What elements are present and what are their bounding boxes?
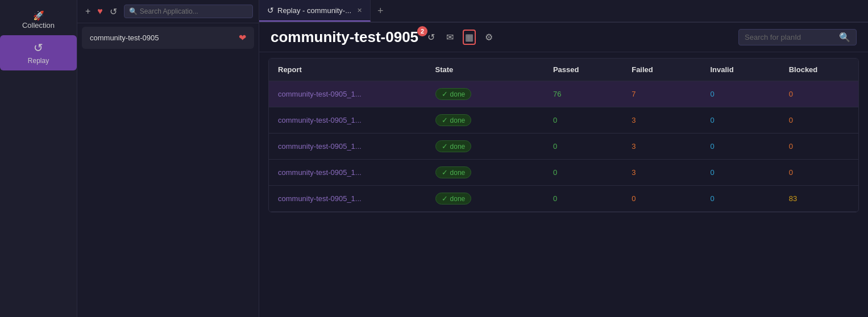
col-invalid: Invalid <box>701 59 779 81</box>
planid-search-bar[interactable]: 🔍 <box>738 29 857 45</box>
done-badge-2: ✓ done <box>435 114 472 126</box>
refresh-button[interactable]: ↺ <box>107 5 119 18</box>
add-button[interactable]: + <box>83 5 93 18</box>
table-header: Report State Passed Failed Invalid Block… <box>269 59 858 81</box>
check-circle-icon: ✓ <box>442 142 448 151</box>
cell-blocked-1: 0 <box>780 81 858 107</box>
cell-blocked-2: 0 <box>780 107 858 133</box>
done-label-2: done <box>450 116 466 124</box>
check-circle-icon: ✓ <box>442 90 448 98</box>
col-passed: Passed <box>544 59 622 81</box>
sidebar-collection-label: Collection <box>22 21 55 30</box>
search-bar[interactable]: 🔍 <box>124 5 253 18</box>
middle-panel: + ♥ ↺ 🔍 community-test-0905 ❤ <box>77 0 259 317</box>
tab-title: Replay - community-... <box>277 6 351 15</box>
done-badge-4: ✓ done <box>435 166 472 178</box>
col-blocked: Blocked <box>780 59 858 81</box>
collection-item-name: community-test-0905 <box>90 34 159 42</box>
page-header: community-test-0905 2 ↺ ✉ ▦ ⚙ 🔍 <box>259 23 868 52</box>
cell-state-5: ✓ done <box>426 186 544 211</box>
header-grid-button[interactable]: ▦ <box>463 30 476 45</box>
done-label-4: done <box>450 169 466 177</box>
col-report: Report <box>269 59 426 81</box>
cell-failed-3: 3 <box>622 134 701 159</box>
cell-invalid-2: 0 <box>701 107 779 133</box>
cell-report-4[interactable]: community-test-0905_1... <box>269 160 426 185</box>
cell-passed-5: 0 <box>544 186 622 211</box>
cell-report-1[interactable]: community-test-0905_1... <box>269 81 426 107</box>
table-row[interactable]: community-test-0905_1... ✓ done 0 3 0 0 <box>269 107 858 134</box>
check-circle-icon: ✓ <box>442 116 448 124</box>
sidebar: 🚀 Collection ↺ Replay <box>0 0 77 317</box>
table-row[interactable]: community-test-0905_1... ✓ done 0 0 0 83 <box>269 186 858 212</box>
tab-bar: ↺ Replay - community-... ✕ + <box>259 0 868 23</box>
collection-list-item[interactable]: community-test-0905 ❤ <box>82 27 254 49</box>
tab-add-button[interactable]: + <box>371 0 391 22</box>
done-badge-3: ✓ done <box>435 140 472 152</box>
cell-invalid-1: 0 <box>701 81 779 107</box>
sidebar-item-collection[interactable]: 🚀 Collection <box>0 5 77 35</box>
main-content: ↺ Replay - community-... ✕ + community-t… <box>259 0 868 317</box>
cell-failed-1: 7 <box>622 81 701 107</box>
cell-state-2: ✓ done <box>426 107 544 133</box>
planid-search-icon: 🔍 <box>839 32 850 43</box>
check-circle-icon: ✓ <box>442 168 448 177</box>
notification-badge: 2 <box>417 26 427 36</box>
col-failed: Failed <box>622 59 701 81</box>
done-badge-5: ✓ done <box>435 193 472 205</box>
cell-failed-2: 3 <box>622 107 701 133</box>
cell-blocked-3: 0 <box>780 134 858 159</box>
middle-toolbar: + ♥ ↺ 🔍 <box>77 0 259 23</box>
sidebar-item-replay[interactable]: ↺ Replay <box>0 35 77 70</box>
cell-failed-5: 0 <box>622 186 701 211</box>
search-icon: 🔍 <box>129 7 138 15</box>
cell-passed-2: 0 <box>544 107 622 133</box>
cell-report-5[interactable]: community-test-0905_1... <box>269 186 426 211</box>
done-badge-1: ✓ done <box>435 88 472 100</box>
cell-state-1: ✓ done <box>426 81 544 107</box>
header-export-button[interactable]: ✉ <box>444 30 456 45</box>
planid-search-input[interactable] <box>745 33 836 41</box>
page-title-wrapper: community-test-0905 2 <box>271 28 418 46</box>
rocket-icon: 🚀 <box>33 10 44 21</box>
check-circle-icon: ✓ <box>442 194 448 203</box>
page-title-text: community-test-0905 <box>271 28 418 45</box>
cell-failed-4: 3 <box>622 160 701 185</box>
cell-state-3: ✓ done <box>426 134 544 159</box>
collection-item-heart-icon: ❤ <box>239 32 246 43</box>
done-label-1: done <box>450 90 466 98</box>
tab-replay-icon: ↺ <box>267 6 274 15</box>
favorite-button[interactable]: ♥ <box>97 6 103 16</box>
cell-state-4: ✓ done <box>426 160 544 185</box>
cell-passed-3: 0 <box>544 134 622 159</box>
done-label-5: done <box>450 195 466 203</box>
cell-invalid-5: 0 <box>701 186 779 211</box>
table-row[interactable]: community-test-0905_1... ✓ done 0 3 0 0 <box>269 134 858 160</box>
tab-replay-community[interactable]: ↺ Replay - community-... ✕ <box>259 0 371 22</box>
cell-passed-1: 76 <box>544 81 622 107</box>
reports-table: Report State Passed Failed Invalid Block… <box>268 58 859 212</box>
table-row[interactable]: community-test-0905_1... ✓ done 76 7 0 0 <box>269 81 858 107</box>
tab-close-button[interactable]: ✕ <box>357 7 362 14</box>
replay-icon: ↺ <box>34 41 43 55</box>
done-label-3: done <box>450 143 466 151</box>
cell-report-3[interactable]: community-test-0905_1... <box>269 134 426 159</box>
cell-passed-4: 0 <box>544 160 622 185</box>
col-state: State <box>426 59 544 81</box>
search-input[interactable] <box>140 7 248 15</box>
cell-report-2[interactable]: community-test-0905_1... <box>269 107 426 133</box>
cell-invalid-4: 0 <box>701 160 779 185</box>
cell-blocked-5: 83 <box>780 186 858 211</box>
table-row[interactable]: community-test-0905_1... ✓ done 0 3 0 0 <box>269 160 858 186</box>
header-settings-button[interactable]: ⚙ <box>483 30 495 45</box>
sidebar-replay-label: Replay <box>28 57 49 65</box>
cell-blocked-4: 0 <box>780 160 858 185</box>
cell-invalid-3: 0 <box>701 134 779 159</box>
